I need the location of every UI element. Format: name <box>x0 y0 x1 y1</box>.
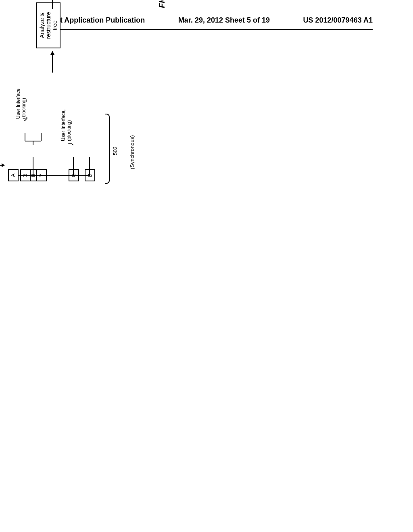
analyze-text: Analyze & restructure tree <box>39 7 58 44</box>
header-right: US 2012/0079463 A1 <box>303 16 373 25</box>
left-tree: A B X Y C D User Interface (blocking) Us… <box>8 77 137 181</box>
arrow-ast-to-tree <box>0 161 6 169</box>
header-center: Mar. 29, 2012 Sheet 5 of 19 <box>178 16 270 25</box>
leader-ui2 <box>68 134 80 146</box>
brace-502 <box>105 114 110 184</box>
leader-ui1 <box>23 114 31 122</box>
svg-marker-13 <box>50 51 54 55</box>
figure-5-diagram: @Formula or LotusScript 500 Convert to A… <box>0 0 181 189</box>
figure-label: FIG. 5 <box>157 0 167 8</box>
left-tree-lines <box>8 77 137 181</box>
arrow-from-analyze <box>48 0 56 9</box>
arrow-to-analyze <box>48 48 56 73</box>
ref-502: 502 <box>112 146 118 155</box>
svg-marker-3 <box>2 163 5 167</box>
analyze-box: Analyze & restructure tree <box>36 2 60 48</box>
synchronous-label: (Synchronous) <box>129 135 135 169</box>
